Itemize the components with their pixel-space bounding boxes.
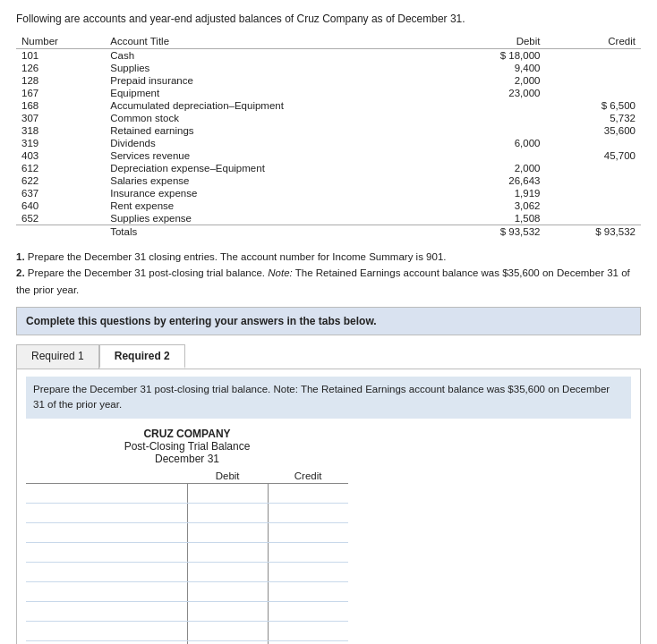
trial-credit-cell[interactable] (268, 581, 348, 601)
trial-debit-cell[interactable] (187, 503, 268, 522)
account-debit (450, 99, 545, 112)
trial-credit-input[interactable] (272, 527, 344, 538)
account-credit (546, 174, 642, 187)
trial-credit-input[interactable] (272, 566, 344, 577)
trial-debit-input[interactable] (192, 507, 263, 518)
inst-num1: 1. (16, 251, 25, 262)
trial-name-cell[interactable] (26, 562, 187, 581)
trial-credit-input[interactable] (272, 507, 344, 518)
th-debit: Debit (187, 469, 268, 484)
trial-name-input[interactable] (30, 507, 183, 518)
trial-name-input[interactable] (30, 487, 183, 498)
trial-debit-cell[interactable] (187, 483, 268, 503)
trial-row (26, 621, 348, 640)
account-debit: $ 18,000 (450, 49, 545, 63)
account-credit (546, 187, 642, 199)
trial-name-input[interactable] (30, 606, 183, 616)
account-credit (546, 87, 642, 99)
account-row: 307 Common stock 5,732 (16, 112, 641, 124)
trial-name-input[interactable] (30, 547, 183, 557)
inst-num2: 2. (16, 267, 25, 278)
intro-text: Following are accounts and year-end adju… (16, 13, 641, 25)
trial-name-input[interactable] (30, 625, 183, 636)
trial-credit-cell[interactable] (268, 601, 348, 621)
trial-debit-cell[interactable] (187, 562, 268, 581)
trial-name-input[interactable] (30, 527, 183, 538)
account-row: 622 Salaries expense 26,643 (16, 174, 641, 187)
col-title: Account Title (105, 34, 450, 49)
account-number: 307 (16, 112, 105, 124)
account-title: Dividends (105, 137, 450, 149)
account-row: 101 Cash $ 18,000 (16, 49, 641, 63)
trial-row (26, 562, 348, 581)
trial-credit-input[interactable] (272, 487, 344, 498)
trial-debit-input[interactable] (192, 566, 263, 577)
col-debit: Debit (450, 34, 545, 49)
account-credit: $ 93,532 (546, 225, 642, 239)
trial-row (26, 601, 348, 621)
col-credit: Credit (546, 34, 642, 49)
trial-name-cell[interactable] (26, 621, 187, 640)
trial-debit-cell[interactable] (187, 581, 268, 601)
trial-debit-input[interactable] (192, 487, 263, 498)
trial-credit-input[interactable] (272, 547, 344, 557)
account-number: 168 (16, 99, 105, 112)
trial-name-input[interactable] (30, 566, 183, 577)
trial-credit-cell[interactable] (268, 621, 348, 640)
account-row: 128 Prepaid insurance 2,000 (16, 74, 641, 87)
trial-name-cell[interactable] (26, 503, 187, 522)
trial-name-cell[interactable] (26, 640, 187, 644)
account-credit (546, 162, 642, 174)
trial-credit-cell[interactable] (268, 483, 348, 503)
account-row: 612 Depreciation expense–Equipment 2,000 (16, 162, 641, 174)
trial-debit-cell[interactable] (187, 522, 268, 542)
company-header: CRUZ COMPANY Post-Closing Trial Balance … (26, 428, 348, 465)
trial-debit-cell[interactable] (187, 601, 268, 621)
trial-debit-cell[interactable] (187, 542, 268, 562)
trial-name-cell[interactable] (26, 483, 187, 503)
account-debit: 9,400 (450, 62, 545, 74)
account-row: 637 Insurance expense 1,919 (16, 187, 641, 199)
company-name: CRUZ COMPANY (26, 428, 348, 440)
trial-name-cell[interactable] (26, 601, 187, 621)
tab-required1[interactable]: Required 1 (16, 344, 99, 369)
trial-credit-input[interactable] (272, 625, 344, 636)
th-account (26, 469, 187, 484)
account-title: Supplies expense (105, 212, 450, 225)
trial-debit-cell[interactable] (187, 621, 268, 640)
trial-debit-input[interactable] (192, 586, 263, 597)
trial-debit-input[interactable] (192, 606, 263, 616)
account-title: Supplies (105, 62, 450, 74)
trial-debit-input[interactable] (192, 547, 263, 557)
account-title: Accumulated depreciation–Equipment (105, 99, 450, 112)
tab-description: Prepare the December 31 post-closing tri… (26, 377, 631, 419)
trial-credit-input[interactable] (272, 606, 344, 616)
inst-line2: Prepare the December 31 post-closing tri… (25, 267, 269, 278)
trial-debit-input[interactable] (192, 527, 263, 538)
account-title: Services revenue (105, 149, 450, 162)
account-row: 167 Equipment 23,000 (16, 87, 641, 99)
account-title: Totals (105, 225, 450, 239)
account-row: 640 Rent expense 3,062 (16, 199, 641, 212)
trial-credit-cell[interactable] (268, 562, 348, 581)
trial-name-cell[interactable] (26, 542, 187, 562)
account-debit: 1,508 (450, 212, 545, 225)
trial-name-cell[interactable] (26, 522, 187, 542)
trial-debit-input[interactable] (192, 625, 263, 636)
account-number: 319 (16, 137, 105, 149)
account-debit: 1,919 (450, 187, 545, 199)
account-debit: $ 93,532 (450, 225, 545, 239)
trial-credit-cell[interactable] (268, 503, 348, 522)
trial-credit-cell[interactable] (268, 640, 348, 644)
trial-credit-input[interactable] (272, 586, 344, 597)
trial-credit-cell[interactable] (268, 522, 348, 542)
account-row: 168 Accumulated depreciation–Equipment $… (16, 99, 641, 112)
trial-debit-cell[interactable] (187, 640, 268, 644)
trial-name-input[interactable] (30, 586, 183, 597)
tab-required2[interactable]: Required 2 (99, 344, 185, 369)
trial-credit-cell[interactable] (268, 542, 348, 562)
trial-name-cell[interactable] (26, 581, 187, 601)
account-title: Salaries expense (105, 174, 450, 187)
account-title: Retained earnings (105, 124, 450, 137)
inst-note: Note: (268, 267, 293, 278)
